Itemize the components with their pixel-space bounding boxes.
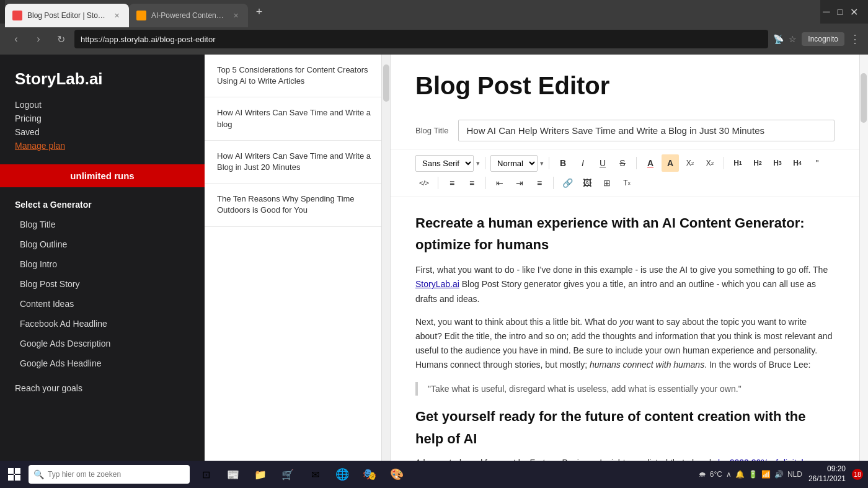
editor-content[interactable]: Recreate a human experience with an AI C… <box>391 197 859 461</box>
taskbar-chrome-button[interactable]: 🌐 <box>331 463 353 486</box>
taskbar-sys-icons: 🌧 6°C ∧ 🔔 🔋 📶 🔊 NLD <box>699 470 802 479</box>
font-family-arrow-icon: ▾ <box>476 159 480 167</box>
list-item-1[interactable]: Top 5 Considerations for Content Creator… <box>205 55 390 97</box>
font-color-button[interactable]: A <box>642 154 659 172</box>
sidebar-item-blog-outline[interactable]: Blog Outline <box>0 234 205 254</box>
toolbar-divider-4 <box>724 157 724 169</box>
ordered-list-button[interactable]: ≡ <box>443 174 461 192</box>
sidebar-pricing[interactable]: Pricing <box>15 112 190 125</box>
sidebar-item-blog-intro[interactable]: Blog Intro <box>0 254 205 274</box>
h3-button[interactable]: H3 <box>769 154 786 172</box>
maximize-button[interactable]: □ <box>838 7 843 17</box>
network-icon: 📶 <box>761 470 771 479</box>
sidebar-item-content-ideas[interactable]: Content Ideas <box>0 294 205 314</box>
address-input[interactable] <box>74 30 768 48</box>
storylab-link[interactable]: StoryLab.ai <box>415 279 459 289</box>
sidebar: StoryLab.ai Logout Pricing Saved Manage … <box>0 55 205 461</box>
back-button[interactable]: ‹ <box>7 30 25 48</box>
indent-increase-button[interactable]: ⇥ <box>511 174 528 192</box>
sidebar-manage-plan[interactable]: Manage plan <box>15 140 190 152</box>
sidebar-item-blog-post-story[interactable]: Blog Post Story <box>0 274 205 294</box>
h2-button[interactable]: H2 <box>749 154 766 172</box>
address-bar-row: ‹ › ↻ 📡 ☆ Incognito ⋮ <box>0 24 868 55</box>
list-item-4[interactable]: The Ten Reasons Why Spending Time Outdoo… <box>205 184 390 226</box>
start-button[interactable] <box>5 465 24 484</box>
image-button[interactable]: 🖼 <box>578 174 596 192</box>
h1-button[interactable]: H1 <box>729 154 746 172</box>
underline-button[interactable]: U <box>594 154 611 172</box>
clear-format-button[interactable]: Tx <box>618 174 636 192</box>
editor-toolbar: Sans Serif ▾ Normal ▾ B I U S A A X2 X2 … <box>391 149 859 197</box>
taskbar-app1-button[interactable]: 🎭 <box>358 463 381 486</box>
tab-2-label: AI-Powered Content Creation. # <box>151 11 226 20</box>
sidebar-item-google-ads-desc[interactable]: Google Ads Description <box>0 334 205 353</box>
volume-icon[interactable]: 🔊 <box>774 470 784 479</box>
battery-icon: 🔋 <box>748 470 758 479</box>
tab-2-ai-powered[interactable]: AI-Powered Content Creation. # ✕ <box>129 4 248 27</box>
tab-1-blog-post-editor[interactable]: Blog Post Editor | StoryLab.ai ✕ <box>5 4 129 27</box>
sidebar-logout[interactable]: Logout <box>15 99 190 111</box>
blockquote: "Take what is useful, disregard what is … <box>415 382 835 396</box>
tab-1-close[interactable]: ✕ <box>112 11 122 20</box>
sidebar-item-blog-title[interactable]: Blog Title <box>0 215 205 234</box>
sidebar-footer: Reach your goals <box>0 373 205 393</box>
app-container: StoryLab.ai Logout Pricing Saved Manage … <box>0 55 868 461</box>
temperature: 6°C <box>710 470 722 479</box>
content-list-scrollbar[interactable] <box>381 55 390 461</box>
h4-button[interactable]: H4 <box>789 154 806 172</box>
list-item-3[interactable]: How AI Writers Can Save Time and Write a… <box>205 141 390 184</box>
taskbar-store-button[interactable]: 🛒 <box>277 463 299 486</box>
align-button[interactable]: ≡ <box>531 174 548 192</box>
cast-icon: 📡 <box>773 34 784 44</box>
tab-2-close[interactable]: ✕ <box>231 11 241 20</box>
bold-button[interactable]: B <box>554 154 572 172</box>
blockquote-button[interactable]: " <box>808 154 826 172</box>
table-button[interactable]: ⊞ <box>598 174 616 192</box>
reload-button[interactable]: ↻ <box>52 30 69 48</box>
unordered-list-button[interactable]: ≡ <box>463 174 480 192</box>
browser-icons: 📡 ☆ Incognito ⋮ <box>773 32 861 46</box>
font-size-select[interactable]: Normal <box>490 155 538 172</box>
font-size-arrow-icon: ▾ <box>540 159 544 167</box>
sidebar-item-facebook-ad[interactable]: Facebook Ad Headline <box>0 314 205 334</box>
taskbar-app2-button[interactable]: 🎨 <box>386 463 408 486</box>
code-button[interactable]: </> <box>415 174 433 192</box>
taskbar: 🔍 ⊡ 📰 📁 🛒 ✉ 🌐 🎭 🎨 🌧 6°C ∧ 🔔 🔋 📶 🔊 NLD 09… <box>0 461 868 488</box>
minimize-button[interactable]: ─ <box>823 6 830 17</box>
taskbar-mail-button[interactable]: ✉ <box>304 463 326 486</box>
strikethrough-button[interactable]: S <box>614 154 631 172</box>
link-button[interactable]: 🔗 <box>559 174 576 192</box>
highlight-button[interactable]: A <box>662 154 679 172</box>
toolbar-divider-2 <box>549 157 549 169</box>
incognito-button[interactable]: Incognito <box>802 32 844 46</box>
sidebar-saved[interactable]: Saved <box>15 126 190 138</box>
content-list-panel: Top 5 Considerations for Content Creator… <box>205 55 391 461</box>
close-window-button[interactable]: ✕ <box>850 6 858 18</box>
taskview-button[interactable]: ⊡ <box>195 463 217 486</box>
content-paragraph-2: Next, you want to think about this a lit… <box>415 315 835 372</box>
title-bar: Blog Post Editor | StoryLab.ai ✕ AI-Powe… <box>0 0 868 24</box>
subscript-button[interactable]: X2 <box>701 154 719 172</box>
taskbar-files-button[interactable]: 📁 <box>249 463 272 486</box>
taskbar-search-input[interactable] <box>48 470 185 479</box>
notification-badge[interactable]: 18 <box>852 469 863 480</box>
list-item-2[interactable]: How AI Writers Can Save Time and Write a… <box>205 97 390 140</box>
editor-title: Blog Post Editor <box>415 72 835 100</box>
taskbar-time: 09:20 26/11/2021 <box>808 464 846 484</box>
superscript-button[interactable]: X2 <box>681 154 699 172</box>
taskbar-search[interactable]: 🔍 <box>29 465 190 484</box>
sidebar-item-google-ads-headline[interactable]: Google Ads Headline <box>0 353 205 373</box>
forward-button[interactable]: › <box>30 30 47 48</box>
editor-scrollbar[interactable] <box>859 55 868 461</box>
notifications-icon[interactable]: 🔔 <box>735 470 745 479</box>
font-family-select[interactable]: Sans Serif <box>415 155 474 172</box>
italic-button[interactable]: I <box>574 154 591 172</box>
taskbar-widgets-button[interactable]: 📰 <box>222 463 244 486</box>
menu-icon[interactable]: ⋮ <box>849 32 861 46</box>
expand-icon[interactable]: ∧ <box>726 470 732 479</box>
new-tab-button[interactable]: + <box>250 3 268 20</box>
indent-decrease-button[interactable]: ⇤ <box>491 174 508 192</box>
content-paragraph-3: A large study and forecast by Fortune Bu… <box>415 456 835 461</box>
blog-title-input[interactable] <box>458 120 835 141</box>
bookmark-icon[interactable]: ☆ <box>789 34 797 44</box>
